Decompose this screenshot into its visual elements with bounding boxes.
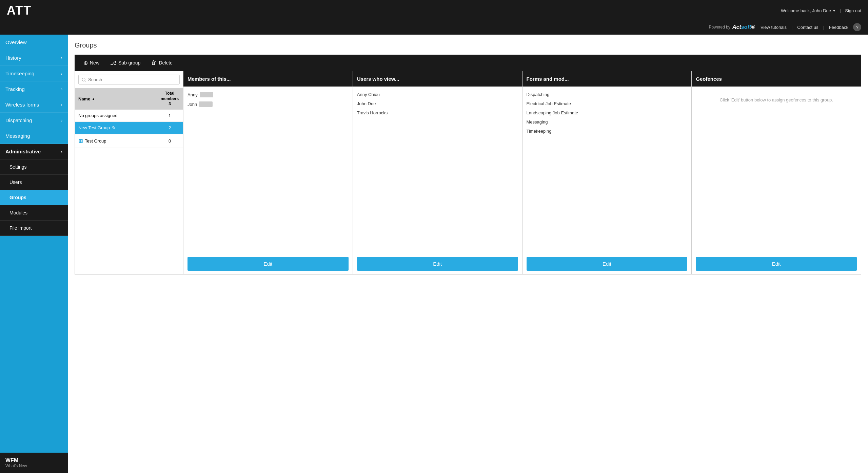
list-item: Timekeeping bbox=[527, 127, 688, 136]
search-input[interactable] bbox=[78, 75, 180, 84]
form-dispatching: Dispatching bbox=[527, 92, 550, 97]
groups-table-section: Name ▲ Total members 3 No groups assigne… bbox=[75, 71, 183, 274]
sidebar-footer: WFM What's New bbox=[0, 453, 68, 473]
name-column-header: Name ▲ bbox=[75, 88, 156, 110]
no-groups-label: No groups assigned bbox=[78, 113, 118, 118]
avatar bbox=[200, 92, 213, 97]
dispatching-chevron-icon: › bbox=[61, 118, 62, 123]
form-electrical: Electrical Job Estimate bbox=[527, 101, 571, 106]
sidebar-item-history[interactable]: History › bbox=[0, 50, 68, 66]
table-row[interactable]: ⊞ Test Group 0 bbox=[75, 134, 183, 148]
wireless-forms-chevron-icon: › bbox=[61, 102, 62, 107]
sidebar-messaging-label: Messaging bbox=[5, 133, 30, 139]
panel-geofences-header: Geofences bbox=[692, 71, 861, 87]
sidebar-item-overview[interactable]: Overview bbox=[0, 35, 68, 50]
top-header: ATT Welcome back, John Doe ▼ | Sign out … bbox=[0, 0, 868, 35]
row-count-new-test-group: 2 bbox=[156, 122, 183, 134]
row-name-new-test-group: New Test Group ✎ bbox=[75, 122, 156, 134]
member-name-john: John bbox=[188, 102, 197, 107]
table-row[interactable]: New Test Group ✎ 2 bbox=[75, 122, 183, 134]
panel-users-header-label: Users who view... bbox=[357, 76, 399, 82]
search-bar bbox=[75, 71, 183, 88]
row-name-no-groups: No groups assigned bbox=[75, 110, 156, 121]
total-header-count: 3 bbox=[160, 101, 180, 107]
user-john-doe: John Doe bbox=[357, 101, 376, 106]
welcome-text: Welcome back, John Doe ▼ bbox=[781, 8, 836, 13]
user-travis-horrocks: Travis Horrocks bbox=[357, 110, 388, 115]
sidebar-item-file-import[interactable]: File import bbox=[0, 221, 68, 236]
help-button[interactable]: ? bbox=[853, 23, 861, 31]
sidebar-item-dispatching[interactable]: Dispatching › bbox=[0, 113, 68, 128]
view-tutorials-link[interactable]: View tutorials bbox=[761, 25, 787, 30]
delete-button[interactable]: 🗑 Delete bbox=[146, 55, 178, 71]
sidebar-overview-label: Overview bbox=[5, 39, 27, 45]
table-header: Name ▲ Total members 3 bbox=[75, 88, 183, 110]
header-right-top: Welcome back, John Doe ▼ | Sign out bbox=[781, 8, 861, 13]
inline-edit-icon[interactable]: ✎ bbox=[112, 125, 116, 131]
delete-icon: 🗑 bbox=[151, 60, 157, 66]
panel-geofences-body: Click 'Edit' button below to assign geof… bbox=[692, 87, 861, 253]
sort-icon[interactable]: ▲ bbox=[92, 97, 95, 101]
app-logo: ATT bbox=[7, 3, 32, 18]
sidebar-groups-label: Groups bbox=[9, 195, 26, 200]
edit-members-button[interactable]: Edit bbox=[188, 257, 349, 271]
sidebar-item-users[interactable]: Users bbox=[0, 175, 68, 190]
list-item: Dispatching bbox=[527, 90, 688, 99]
sidebar-item-settings[interactable]: Settings bbox=[0, 159, 68, 175]
panel-members-body: Anny John bbox=[183, 87, 353, 253]
sidebar-item-groups[interactable]: Groups bbox=[0, 190, 68, 205]
whats-new-label[interactable]: What's New bbox=[5, 463, 62, 468]
panel-members-header-label: Members of this... bbox=[188, 76, 231, 82]
sidebar-admin-section: Administrative ‹ Settings Users Groups M… bbox=[0, 144, 68, 236]
panel-users-body: Anny Chiou John Doe Travis Horrocks bbox=[353, 87, 522, 253]
sidebar-dispatching-label: Dispatching bbox=[5, 117, 32, 123]
form-timekeeping: Timekeeping bbox=[527, 129, 552, 134]
content-area: Groups ⊕ New ⎇ Sub-group 🗑 Delete bbox=[68, 35, 868, 473]
feedback-link[interactable]: Feedback bbox=[829, 25, 848, 30]
form-messaging: Messaging bbox=[527, 119, 548, 125]
actsoft-brand: Powered by Actsoft® bbox=[709, 24, 755, 30]
panel-forms-body: Dispatching Electrical Job Estimate Land… bbox=[522, 87, 692, 253]
sep2: | bbox=[791, 25, 792, 30]
sidebar-item-timekeeping[interactable]: Timekeeping › bbox=[0, 66, 68, 81]
sep3: | bbox=[823, 25, 824, 30]
list-item: Anny bbox=[188, 90, 349, 99]
wfm-label: WFM bbox=[5, 457, 62, 463]
member-name-anny: Anny bbox=[188, 92, 198, 97]
sidebar-item-messaging[interactable]: Messaging bbox=[0, 128, 68, 144]
list-item: Travis Horrocks bbox=[357, 108, 518, 117]
panel-forms-footer: Edit bbox=[522, 253, 692, 274]
panel-members: Members of this... Anny John Edi bbox=[183, 71, 353, 274]
sidebar-settings-label: Settings bbox=[9, 164, 27, 170]
new-button[interactable]: ⊕ New bbox=[78, 55, 105, 71]
welcome-dropdown-icon[interactable]: ▼ bbox=[832, 9, 836, 13]
subgroup-icon: ⎇ bbox=[110, 60, 116, 66]
administrative-chevron-icon: ‹ bbox=[61, 149, 62, 154]
subgroup-button[interactable]: ⎇ Sub-group bbox=[105, 55, 146, 71]
sidebar-item-tracking[interactable]: Tracking › bbox=[0, 81, 68, 97]
sidebar-tracking-label: Tracking bbox=[5, 86, 25, 92]
actsoft-logo: Actsoft® bbox=[732, 24, 755, 30]
contact-us-link[interactable]: Contact us bbox=[797, 25, 818, 30]
welcome-label: Welcome back, John Doe bbox=[781, 8, 831, 13]
table-row[interactable]: No groups assigned 1 bbox=[75, 110, 183, 122]
expand-icon[interactable]: ⊞ bbox=[78, 138, 83, 144]
edit-geofences-button[interactable]: Edit bbox=[696, 257, 857, 271]
list-item: John Doe bbox=[357, 99, 518, 108]
subgroup-label: Sub-group bbox=[118, 60, 140, 65]
new-test-group-label: New Test Group bbox=[78, 125, 110, 130]
row-count-test-group: 0 bbox=[156, 135, 183, 147]
edit-users-button[interactable]: Edit bbox=[357, 257, 518, 271]
avatar bbox=[199, 101, 213, 107]
panel-geofences-footer: Edit bbox=[692, 253, 861, 274]
list-item: Messaging bbox=[527, 117, 688, 127]
sidebar-users-label: Users bbox=[9, 179, 22, 185]
new-label: New bbox=[90, 60, 99, 65]
sidebar-item-wireless-forms[interactable]: Wireless forms › bbox=[0, 97, 68, 113]
main-layout: Overview History › Timekeeping › Trackin… bbox=[0, 35, 868, 473]
signout-link[interactable]: Sign out bbox=[845, 8, 861, 13]
list-item: Landscaping Job Estimate bbox=[527, 108, 688, 117]
edit-forms-button[interactable]: Edit bbox=[527, 257, 688, 271]
sidebar-item-administrative[interactable]: Administrative ‹ bbox=[0, 144, 68, 159]
sidebar-item-modules[interactable]: Modules bbox=[0, 205, 68, 221]
